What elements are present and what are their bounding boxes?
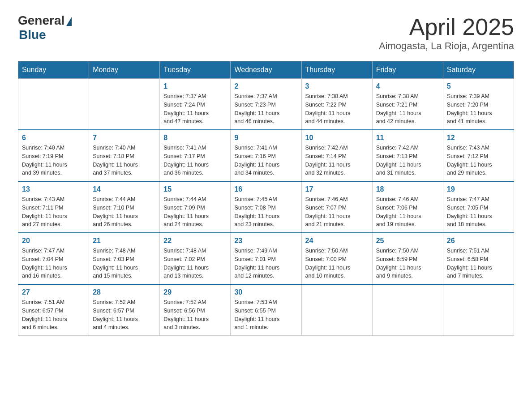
day-number: 3 (305, 82, 369, 90)
day-number: 8 (163, 134, 227, 142)
day-number: 1 (163, 82, 227, 90)
calendar-cell: 14Sunrise: 7:44 AM Sunset: 7:10 PM Dayli… (89, 181, 160, 233)
day-number: 9 (234, 134, 297, 142)
calendar-cell: 5Sunrise: 7:39 AM Sunset: 7:20 PM Daylig… (443, 79, 514, 130)
calendar-cell: 6Sunrise: 7:40 AM Sunset: 7:19 PM Daylig… (18, 130, 89, 181)
calendar-cell: 10Sunrise: 7:42 AM Sunset: 7:14 PM Dayli… (301, 130, 372, 181)
calendar-cell: 4Sunrise: 7:38 AM Sunset: 7:21 PM Daylig… (372, 79, 443, 130)
day-info: Sunrise: 7:50 AM Sunset: 7:00 PM Dayligh… (305, 247, 369, 280)
calendar-cell: 30Sunrise: 7:53 AM Sunset: 6:55 PM Dayli… (231, 284, 301, 336)
calendar-cell: 16Sunrise: 7:45 AM Sunset: 7:08 PM Dayli… (231, 181, 301, 233)
calendar-week-1: 1Sunrise: 7:37 AM Sunset: 7:24 PM Daylig… (18, 79, 514, 130)
day-info: Sunrise: 7:52 AM Sunset: 6:57 PM Dayligh… (93, 298, 156, 332)
day-info: Sunrise: 7:42 AM Sunset: 7:13 PM Dayligh… (376, 144, 439, 177)
day-number: 15 (163, 185, 227, 193)
calendar-cell: 28Sunrise: 7:52 AM Sunset: 6:57 PM Dayli… (89, 284, 160, 336)
calendar-cell (443, 284, 514, 336)
day-info: Sunrise: 7:47 AM Sunset: 7:04 PM Dayligh… (22, 247, 85, 280)
day-info: Sunrise: 7:51 AM Sunset: 6:57 PM Dayligh… (22, 298, 85, 332)
day-number: 12 (447, 134, 510, 142)
calendar-cell: 27Sunrise: 7:51 AM Sunset: 6:57 PM Dayli… (18, 284, 89, 336)
calendar-cell: 13Sunrise: 7:43 AM Sunset: 7:11 PM Dayli… (18, 181, 89, 233)
day-number: 10 (305, 134, 369, 142)
day-number: 4 (376, 82, 439, 90)
day-number: 28 (93, 288, 156, 296)
day-info: Sunrise: 7:46 AM Sunset: 7:07 PM Dayligh… (305, 195, 369, 229)
day-number: 24 (305, 237, 369, 245)
day-info: Sunrise: 7:40 AM Sunset: 7:19 PM Dayligh… (22, 144, 85, 177)
day-info: Sunrise: 7:50 AM Sunset: 6:59 PM Dayligh… (376, 247, 439, 280)
day-info: Sunrise: 7:40 AM Sunset: 7:18 PM Dayligh… (93, 144, 156, 177)
calendar-cell: 20Sunrise: 7:47 AM Sunset: 7:04 PM Dayli… (18, 233, 89, 284)
calendar-week-3: 13Sunrise: 7:43 AM Sunset: 7:11 PM Dayli… (18, 181, 514, 233)
day-number: 20 (22, 237, 85, 245)
day-info: Sunrise: 7:38 AM Sunset: 7:22 PM Dayligh… (305, 92, 369, 126)
calendar-cell: 25Sunrise: 7:50 AM Sunset: 6:59 PM Dayli… (372, 233, 443, 284)
page-header: General Blue April 2025 Aimogasta, La Ri… (18, 13, 514, 52)
calendar-cell: 17Sunrise: 7:46 AM Sunset: 7:07 PM Dayli… (301, 181, 372, 233)
calendar-cell: 18Sunrise: 7:46 AM Sunset: 7:06 PM Dayli… (372, 181, 443, 233)
logo: General Blue (18, 13, 72, 42)
day-number: 5 (447, 82, 510, 90)
day-number: 25 (376, 237, 439, 245)
day-info: Sunrise: 7:41 AM Sunset: 7:16 PM Dayligh… (234, 144, 297, 177)
day-info: Sunrise: 7:46 AM Sunset: 7:06 PM Dayligh… (376, 195, 439, 229)
calendar-cell: 9Sunrise: 7:41 AM Sunset: 7:16 PM Daylig… (231, 130, 301, 181)
day-number: 7 (93, 134, 156, 142)
day-number: 30 (234, 288, 297, 296)
title-section: April 2025 Aimogasta, La Rioja, Argentin… (379, 13, 514, 52)
day-info: Sunrise: 7:42 AM Sunset: 7:14 PM Dayligh… (305, 144, 369, 177)
calendar-cell: 23Sunrise: 7:49 AM Sunset: 7:01 PM Dayli… (231, 233, 301, 284)
day-number: 26 (447, 237, 510, 245)
calendar-cell: 19Sunrise: 7:47 AM Sunset: 7:05 PM Dayli… (443, 181, 514, 233)
calendar-cell: 7Sunrise: 7:40 AM Sunset: 7:18 PM Daylig… (89, 130, 160, 181)
day-info: Sunrise: 7:48 AM Sunset: 7:03 PM Dayligh… (93, 247, 156, 280)
calendar-table: SundayMondayTuesdayWednesdayThursdayFrid… (18, 61, 514, 336)
day-number: 29 (163, 288, 227, 296)
calendar-header-row: SundayMondayTuesdayWednesdayThursdayFrid… (18, 61, 514, 79)
calendar-cell: 8Sunrise: 7:41 AM Sunset: 7:17 PM Daylig… (160, 130, 231, 181)
calendar-cell: 15Sunrise: 7:44 AM Sunset: 7:09 PM Dayli… (160, 181, 231, 233)
calendar-cell: 21Sunrise: 7:48 AM Sunset: 7:03 PM Dayli… (89, 233, 160, 284)
day-info: Sunrise: 7:53 AM Sunset: 6:55 PM Dayligh… (234, 298, 297, 332)
day-info: Sunrise: 7:41 AM Sunset: 7:17 PM Dayligh… (163, 144, 227, 177)
header-friday: Friday (372, 61, 443, 79)
day-number: 19 (447, 185, 510, 193)
header-wednesday: Wednesday (231, 61, 301, 79)
day-info: Sunrise: 7:38 AM Sunset: 7:21 PM Dayligh… (376, 92, 439, 126)
month-title: April 2025 (379, 13, 514, 40)
logo-triangle-icon (66, 17, 72, 26)
day-info: Sunrise: 7:49 AM Sunset: 7:01 PM Dayligh… (234, 247, 297, 280)
calendar-cell: 29Sunrise: 7:52 AM Sunset: 6:56 PM Dayli… (160, 284, 231, 336)
header-tuesday: Tuesday (160, 61, 231, 79)
day-info: Sunrise: 7:52 AM Sunset: 6:56 PM Dayligh… (163, 298, 227, 332)
day-info: Sunrise: 7:43 AM Sunset: 7:11 PM Dayligh… (22, 195, 85, 229)
day-number: 23 (234, 237, 297, 245)
header-saturday: Saturday (443, 61, 514, 79)
day-info: Sunrise: 7:44 AM Sunset: 7:10 PM Dayligh… (93, 195, 156, 229)
calendar-cell: 26Sunrise: 7:51 AM Sunset: 6:58 PM Dayli… (443, 233, 514, 284)
day-info: Sunrise: 7:44 AM Sunset: 7:09 PM Dayligh… (163, 195, 227, 229)
calendar-cell: 2Sunrise: 7:37 AM Sunset: 7:23 PM Daylig… (231, 79, 301, 130)
day-number: 21 (93, 237, 156, 245)
logo-general-text: General (18, 13, 64, 28)
day-info: Sunrise: 7:48 AM Sunset: 7:02 PM Dayligh… (163, 247, 227, 280)
calendar-cell: 11Sunrise: 7:42 AM Sunset: 7:13 PM Dayli… (372, 130, 443, 181)
calendar-cell: 1Sunrise: 7:37 AM Sunset: 7:24 PM Daylig… (160, 79, 231, 130)
calendar-week-4: 20Sunrise: 7:47 AM Sunset: 7:04 PM Dayli… (18, 233, 514, 284)
day-info: Sunrise: 7:47 AM Sunset: 7:05 PM Dayligh… (447, 195, 510, 229)
calendar-week-2: 6Sunrise: 7:40 AM Sunset: 7:19 PM Daylig… (18, 130, 514, 181)
calendar-week-5: 27Sunrise: 7:51 AM Sunset: 6:57 PM Dayli… (18, 284, 514, 336)
day-number: 13 (22, 185, 85, 193)
calendar-cell: 12Sunrise: 7:43 AM Sunset: 7:12 PM Dayli… (443, 130, 514, 181)
calendar-cell (372, 284, 443, 336)
header-sunday: Sunday (18, 61, 89, 79)
day-info: Sunrise: 7:37 AM Sunset: 7:23 PM Dayligh… (234, 92, 297, 126)
calendar-cell (89, 79, 160, 130)
day-number: 16 (234, 185, 297, 193)
calendar-cell: 24Sunrise: 7:50 AM Sunset: 7:00 PM Dayli… (301, 233, 372, 284)
location-title: Aimogasta, La Rioja, Argentina (379, 40, 514, 52)
calendar-cell (18, 79, 89, 130)
day-info: Sunrise: 7:45 AM Sunset: 7:08 PM Dayligh… (234, 195, 297, 229)
day-number: 27 (22, 288, 85, 296)
